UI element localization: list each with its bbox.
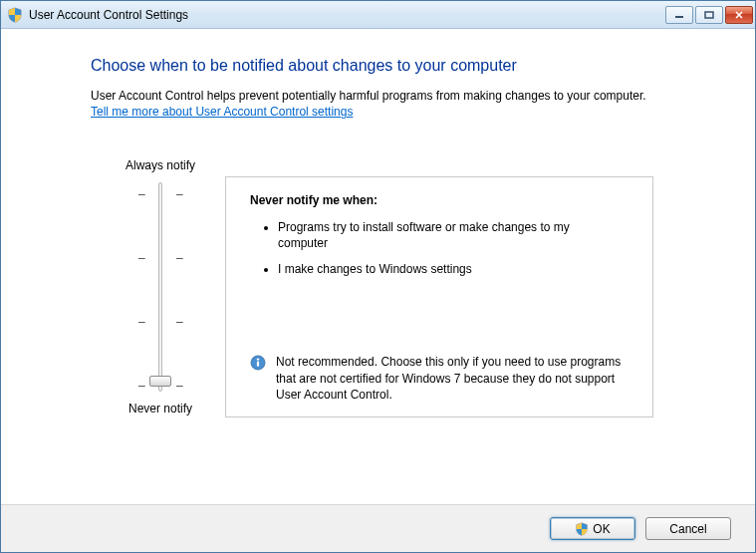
svg-rect-0 [675,16,683,18]
page-description: User Account Control helps prevent poten… [91,89,699,103]
uac-settings-window: User Account Control Settings Choose whe… [0,0,756,553]
recommendation-row: Not recommended. Choose this only if you… [250,354,632,403]
learn-more-link[interactable]: Tell me more about User Account Control … [91,105,353,119]
dialog-footer: OK Cancel [1,504,755,552]
content-area: Choose when to be notified about changes… [1,29,755,504]
close-button[interactable] [725,6,753,24]
slider-thumb[interactable] [149,376,171,387]
window-title: User Account Control Settings [29,8,665,22]
uac-shield-icon [7,7,23,23]
recommendation-text: Not recommended. Choose this only if you… [276,354,632,403]
slider-track[interactable]: –– –– –– –– [101,182,220,392]
uac-shield-icon [575,522,589,536]
minimize-button[interactable] [665,6,693,24]
slider-bottom-label: Never notify [101,402,220,415]
level-description-panel: Never notify me when: Programs try to in… [225,176,653,417]
cancel-button-label: Cancel [669,522,706,536]
cancel-button[interactable]: Cancel [645,517,731,540]
notification-slider: Always notify –– –– –– –– Never notify [101,158,220,415]
svg-point-3 [257,359,259,361]
svg-rect-1 [705,12,713,18]
panel-bullet: Programs try to install software or make… [278,219,632,251]
slider-top-label: Always notify [101,158,220,172]
panel-heading: Never notify me when: [250,193,632,207]
panel-bullet-list: Programs try to install software or make… [250,219,632,278]
ok-button[interactable]: OK [550,517,635,540]
svg-rect-4 [257,362,259,367]
maximize-button[interactable] [695,6,723,24]
ok-button-label: OK [593,522,610,536]
info-icon [250,355,266,371]
panel-bullet: I make changes to Windows settings [278,261,632,277]
window-controls [665,6,753,24]
page-heading: Choose when to be notified about changes… [91,57,699,75]
titlebar: User Account Control Settings [1,1,755,29]
